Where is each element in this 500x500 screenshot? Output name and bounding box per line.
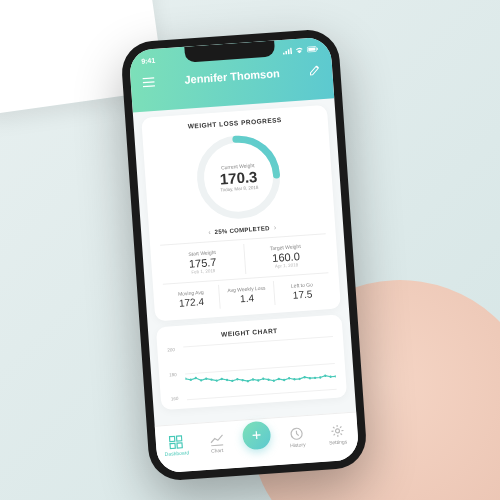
left-value: 17.5 bbox=[275, 287, 330, 302]
start-weight-col: Start Weight 175.7 Feb 1, 2018 bbox=[160, 244, 244, 280]
page-title: Jennifer Thomson bbox=[184, 67, 280, 86]
progress-card: WEIGHT LOSS PROGRESS Curren bbox=[141, 105, 341, 321]
nav-chart[interactable]: Chart bbox=[196, 431, 238, 455]
svg-point-18 bbox=[210, 378, 212, 381]
wifi-icon bbox=[295, 46, 305, 55]
add-button[interactable]: + bbox=[242, 420, 272, 450]
nav-dashboard[interactable]: Dashboard bbox=[155, 434, 197, 458]
svg-rect-46 bbox=[177, 443, 182, 448]
svg-line-8 bbox=[142, 78, 154, 79]
nav-label: Settings bbox=[329, 438, 347, 445]
svg-rect-43 bbox=[170, 436, 175, 441]
chart-card: WEIGHT CHART 200 180 160 bbox=[156, 314, 347, 410]
left-to-go-col: Left to Go 17.5 bbox=[273, 277, 330, 305]
svg-point-40 bbox=[324, 374, 326, 377]
svg-point-37 bbox=[309, 377, 311, 380]
signal-icon bbox=[283, 47, 293, 56]
y-tick: 160 bbox=[171, 395, 185, 401]
svg-point-36 bbox=[303, 376, 305, 379]
weekly-loss-col: Avg Weekly Loss 1.4 bbox=[218, 281, 275, 309]
svg-rect-45 bbox=[170, 443, 175, 448]
svg-point-42 bbox=[334, 375, 336, 378]
svg-rect-7 bbox=[317, 48, 318, 50]
svg-line-9 bbox=[143, 82, 155, 83]
completed-text: 25% COMPLETED bbox=[214, 225, 270, 235]
history-icon bbox=[290, 426, 305, 441]
svg-point-19 bbox=[216, 379, 218, 382]
settings-icon bbox=[330, 423, 345, 438]
weight-gauge: Current Weight 170.3 Today, Mar 8, 2018 bbox=[191, 129, 287, 225]
battery-icon bbox=[307, 45, 320, 54]
phone-frame: 9:41 bbox=[120, 28, 368, 482]
weight-chart[interactable]: 200 180 160 bbox=[167, 336, 336, 401]
svg-point-41 bbox=[329, 375, 331, 378]
target-weight-col: Target Weight 160.0 Apr 1, 2018 bbox=[243, 238, 328, 274]
edit-icon[interactable] bbox=[309, 61, 321, 80]
svg-rect-6 bbox=[308, 48, 315, 51]
content-area: WEIGHT LOSS PROGRESS Curren bbox=[133, 98, 356, 425]
nav-label: Chart bbox=[211, 447, 224, 454]
y-tick: 200 bbox=[167, 347, 181, 353]
svg-point-14 bbox=[190, 378, 192, 381]
moving-avg-col: Moving Avg 172.4 bbox=[163, 285, 219, 313]
status-time: 9:41 bbox=[141, 57, 156, 66]
nav-history[interactable]: History bbox=[276, 425, 318, 449]
svg-point-21 bbox=[226, 379, 228, 382]
svg-point-33 bbox=[288, 377, 290, 380]
y-tick: 180 bbox=[169, 371, 183, 377]
svg-point-29 bbox=[267, 378, 269, 381]
svg-rect-3 bbox=[290, 48, 292, 55]
nav-settings[interactable]: Settings bbox=[317, 423, 359, 447]
nav-add[interactable]: + bbox=[236, 430, 278, 451]
svg-point-31 bbox=[278, 378, 280, 381]
svg-point-34 bbox=[293, 378, 295, 381]
moving-avg-value: 172.4 bbox=[164, 295, 219, 310]
svg-rect-2 bbox=[288, 49, 290, 54]
svg-rect-0 bbox=[283, 53, 285, 55]
svg-rect-1 bbox=[285, 51, 287, 55]
svg-point-48 bbox=[335, 429, 339, 433]
nav-label: History bbox=[290, 441, 306, 448]
svg-point-13 bbox=[184, 378, 186, 381]
svg-point-38 bbox=[314, 377, 316, 380]
chart-icon bbox=[209, 432, 224, 447]
chevron-right-icon: › bbox=[274, 224, 277, 231]
svg-rect-44 bbox=[177, 436, 182, 441]
svg-line-10 bbox=[143, 86, 155, 87]
svg-point-24 bbox=[241, 379, 243, 382]
chart-plot bbox=[183, 336, 336, 400]
phone-screen: 9:41 bbox=[128, 36, 359, 473]
plus-icon: + bbox=[251, 426, 262, 445]
dashboard-icon bbox=[169, 435, 184, 450]
nav-label: Dashboard bbox=[164, 449, 189, 457]
chevron-left-icon: ‹ bbox=[208, 228, 211, 235]
menu-icon[interactable] bbox=[142, 73, 155, 92]
